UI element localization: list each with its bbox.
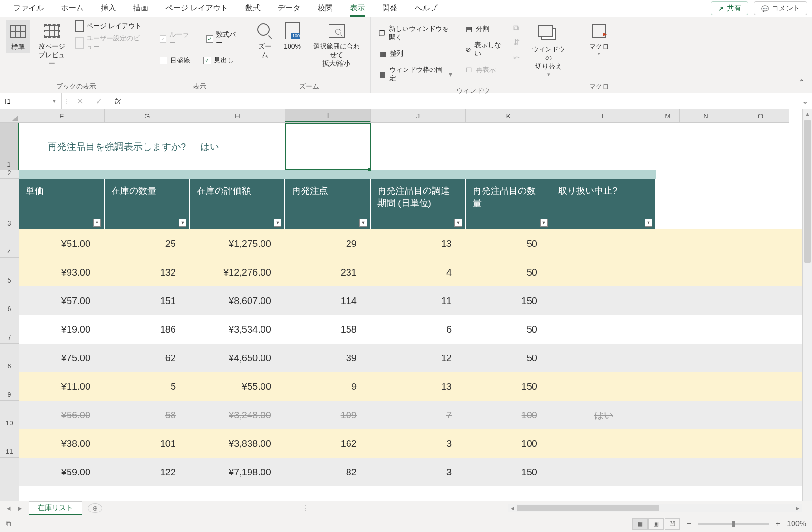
filter-icon[interactable]: ▼ xyxy=(359,219,367,227)
cell[interactable]: ¥11.00 xyxy=(19,381,105,392)
freeze-panes-button[interactable]: ▦ウィンドウ枠の固定▾ xyxy=(377,65,454,84)
collapse-ribbon-button[interactable]: ⌃ xyxy=(798,78,805,88)
cell[interactable]: 58 xyxy=(105,410,190,421)
view-pagebreak-btn[interactable]: 凹 xyxy=(665,518,680,530)
table-row[interactable]: ¥51.0025¥1,275.00291350 xyxy=(19,229,802,258)
zoom-slider[interactable] xyxy=(698,523,769,525)
col-header-J[interactable]: J xyxy=(371,109,466,122)
row-header-5[interactable]: 5 xyxy=(0,258,19,286)
cell[interactable]: 151 xyxy=(105,296,190,306)
table-row[interactable]: ¥93.00132¥12,276.00231450 xyxy=(19,258,802,286)
gridlines-checkbox[interactable]: 目盛線 xyxy=(158,55,192,66)
cell[interactable]: ¥93.00 xyxy=(19,267,105,278)
table-row[interactable]: ¥75.0062¥4,650.00391250 xyxy=(19,344,802,372)
table-header-6[interactable]: 取り扱い中止?▼ xyxy=(551,179,656,229)
cell[interactable]: 4 xyxy=(371,267,466,278)
cell[interactable]: 9 xyxy=(285,381,371,392)
cell[interactable]: 158 xyxy=(285,324,371,335)
cell[interactable]: 7 xyxy=(371,410,466,421)
table-header-2[interactable]: 在庫の評価額▼ xyxy=(190,179,285,229)
cell[interactable]: 109 xyxy=(285,410,371,421)
row-header-4[interactable]: 4 xyxy=(0,229,19,258)
switch-window-button[interactable]: ウィンドウの 切り替え▾ xyxy=(528,23,569,84)
table-row[interactable]: ¥19.00186¥3,534.00158650 xyxy=(19,315,802,344)
cell[interactable]: ¥8,607.00 xyxy=(190,296,285,306)
cell[interactable]: 150 xyxy=(466,296,551,306)
col-header-L[interactable]: L xyxy=(551,109,656,122)
cell[interactable]: ¥3,248.00 xyxy=(190,410,285,421)
cell[interactable]: 62 xyxy=(105,353,190,364)
cancel-formula-button[interactable]: ✕ xyxy=(70,93,89,109)
hscroll-thumb[interactable] xyxy=(517,505,659,511)
col-header-M[interactable]: M xyxy=(656,109,680,122)
cell[interactable]: 162 xyxy=(285,438,371,449)
cell[interactable]: 13 xyxy=(371,381,466,392)
menu-表示[interactable]: 表示 xyxy=(341,0,374,16)
comment-button[interactable]: コメント xyxy=(754,1,807,15)
cell[interactable]: ¥3,838.00 xyxy=(190,438,285,449)
custom-view-button[interactable]: ユーザー設定のビュー xyxy=(73,33,146,52)
ruler-checkbox[interactable]: ✓ルーラー xyxy=(158,30,195,49)
filter-icon[interactable]: ▼ xyxy=(645,219,652,227)
table-header-1[interactable]: 在庫の数量▼ xyxy=(105,179,190,229)
horizontal-scrollbar[interactable]: ◄ ► xyxy=(508,504,802,512)
scroll-up-button[interactable]: ▲ xyxy=(803,109,812,119)
cell[interactable]: 150 xyxy=(466,381,551,392)
cell[interactable]: ¥59.00 xyxy=(19,467,105,478)
new-window-button[interactable]: ❐新しいウィンドウを開く xyxy=(377,24,454,43)
col-header-K[interactable]: K xyxy=(466,109,551,122)
filter-icon[interactable]: ▼ xyxy=(540,219,548,227)
sheet-tab-active[interactable]: 在庫リスト xyxy=(29,501,82,515)
tab-nav[interactable]: ◄► xyxy=(0,504,29,512)
cell[interactable]: 6 xyxy=(371,324,466,335)
cell[interactable]: 11 xyxy=(371,296,466,306)
view-pagelayout-btn[interactable]: ▣ xyxy=(648,518,664,530)
row-header-2[interactable]: 2 xyxy=(0,170,19,179)
cell[interactable]: 3 xyxy=(371,438,466,449)
scroll-left-button[interactable]: ◄ xyxy=(508,505,517,511)
row-header-10[interactable]: 10 xyxy=(0,401,19,429)
arrange-button[interactable]: ▦整列 xyxy=(377,49,454,59)
row-header-7[interactable]: 7 xyxy=(0,315,19,344)
fx-button[interactable]: fx xyxy=(108,93,127,109)
filter-icon[interactable]: ▼ xyxy=(93,219,101,227)
menu-ホーム[interactable]: ホーム xyxy=(52,0,92,16)
cell[interactable]: 50 xyxy=(466,238,551,249)
cell[interactable]: 13 xyxy=(371,238,466,249)
row-header-9[interactable]: 9 xyxy=(0,372,19,401)
zoom-button[interactable]: ズーム xyxy=(253,20,277,61)
headings-checkbox[interactable]: ✓見出し xyxy=(202,55,236,66)
zoom-out-button[interactable]: − xyxy=(686,520,691,528)
table-row[interactable]: ¥57.00151¥8,607.0011411150 xyxy=(19,286,802,315)
cell[interactable]: ¥1,275.00 xyxy=(190,238,285,249)
add-sheet-button[interactable]: ⊕ xyxy=(88,503,102,513)
row-header-[interactable] xyxy=(0,458,19,486)
cell[interactable]: 114 xyxy=(285,296,371,306)
vertical-scrollbar[interactable]: ▲ ▼ xyxy=(802,109,812,515)
name-box[interactable]: I1▼ xyxy=(0,93,62,109)
cell[interactable]: 50 xyxy=(466,353,551,364)
menu-校閲[interactable]: 校閲 xyxy=(309,0,341,16)
select-all-corner[interactable] xyxy=(0,109,19,123)
macro-button[interactable]: マクロ▾ xyxy=(581,20,617,59)
cell[interactable]: 50 xyxy=(466,267,551,278)
menu-データ[interactable]: データ xyxy=(269,0,309,16)
cell[interactable]: ¥57.00 xyxy=(19,296,105,306)
view-page-break-button[interactable]: 改ページ プレビュー xyxy=(34,20,69,70)
view-normal-button[interactable]: 標準 xyxy=(6,20,30,53)
cell[interactable]: 100 xyxy=(466,438,551,449)
table-row[interactable]: ¥56.0058¥3,248.001097100はい xyxy=(19,401,802,429)
cell[interactable]: 82 xyxy=(285,467,371,478)
cell[interactable]: 3 xyxy=(371,467,466,478)
cell[interactable]: ¥12,276.00 xyxy=(190,267,285,278)
cell[interactable]: 186 xyxy=(105,324,190,335)
menu-ページ レイアウト[interactable]: ページ レイアウト xyxy=(157,0,237,16)
cell[interactable]: 12 xyxy=(371,353,466,364)
cell[interactable]: 122 xyxy=(105,467,190,478)
table-row[interactable]: ¥59.00122¥7,198.00823150 xyxy=(19,458,802,486)
cell[interactable]: 5 xyxy=(105,381,190,392)
table-header-3[interactable]: 再発注点▼ xyxy=(285,179,371,229)
cell[interactable]: 29 xyxy=(285,238,371,249)
row-header-3[interactable]: 3 xyxy=(0,179,19,229)
col-header-F[interactable]: F xyxy=(19,109,105,122)
